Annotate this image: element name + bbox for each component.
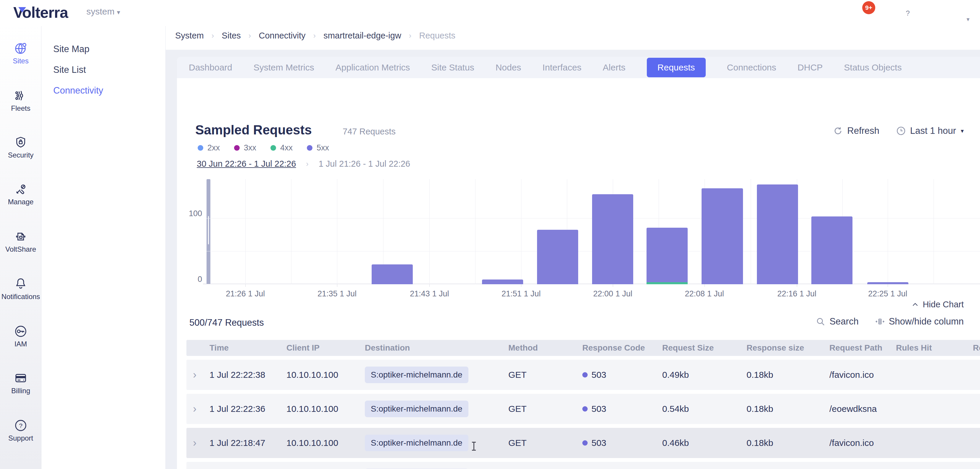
chart-total-count: 747 Requests [343, 127, 396, 137]
help-button[interactable]: ? [901, 6, 915, 20]
credit-card-icon [14, 371, 27, 385]
column-header-request-size[interactable]: Request Size [657, 343, 741, 353]
column-header-method[interactable]: Method [503, 343, 577, 353]
breadcrumb-item[interactable]: System [175, 31, 204, 41]
breadcrumb-bar: System›Sites›Connectivity›smartretail-ed… [166, 22, 980, 50]
volterra-logo[interactable]: Volterra [13, 3, 68, 22]
table-row[interactable]: ›1 Jul 22:22:3610.10.10.100S:optiker-mic… [186, 394, 980, 424]
row-expander-icon[interactable]: › [186, 403, 204, 415]
legend-item-2xx[interactable]: 2xx [198, 143, 220, 153]
column-header-response-code[interactable]: Response Code [577, 343, 657, 353]
tab-status-objects[interactable]: Status Objects [844, 62, 902, 73]
help-icon: ? [901, 6, 915, 20]
legend-item-3xx[interactable]: 3xx [234, 143, 256, 153]
refresh-button[interactable]: Refresh [833, 126, 880, 136]
bar-segment-5xx[interactable] [702, 188, 743, 284]
sidebar-item-notifications[interactable]: Notifications [0, 277, 41, 301]
table-row[interactable]: ›1 Jul 22:22:3810.10.10.100S:optiker-mic… [186, 360, 980, 390]
cell-time: 1 Jul 22:22:36 [204, 404, 281, 414]
svg-text:?: ? [19, 422, 22, 429]
brush-handle-left[interactable] [207, 179, 210, 284]
y-axis-tick-label: 100 [189, 209, 202, 218]
bar-segment-5xx[interactable] [811, 217, 853, 284]
bar-segment-5xx[interactable] [372, 265, 413, 284]
table-row[interactable]: ›1 Jul 22:18:4710.10.10.100S:optiker-mic… [186, 428, 980, 458]
breadcrumb-item[interactable]: smartretail-edge-igw [323, 31, 401, 41]
parent-range-link[interactable]: 30 Jun 22:26 - 1 Jul 22:26 [197, 159, 296, 169]
bar-segment-5xx[interactable] [646, 228, 688, 282]
chevron-right-icon: › [248, 31, 251, 40]
column-header-rules-hit[interactable]: Rules Hit [891, 343, 967, 353]
sidebar-item-security[interactable]: Security [0, 136, 41, 159]
table-row[interactable]: ›1 Jul 22:18:4510.10.10.100S:optiker-mic… [186, 462, 980, 469]
x-axis-tick [337, 284, 337, 287]
x-axis-tick-label: 21:43 1 Jul [410, 289, 449, 298]
response-code-value: 503 [592, 370, 606, 380]
column-header-response-size[interactable]: Response size [741, 343, 824, 353]
sidebar-item-sites[interactable]: Sites [0, 41, 41, 65]
sidebar-item-billing[interactable]: Billing [0, 371, 41, 395]
sidebar-item-fleets[interactable]: Fleets [0, 89, 41, 113]
tab-application-metrics[interactable]: Application Metrics [336, 62, 410, 73]
sidebar-item-iam[interactable]: IAM [0, 324, 41, 348]
destination-chip[interactable]: S:optiker-michelmann.de [365, 400, 468, 417]
legend-dot-icon [234, 145, 240, 151]
legend-item-4xx[interactable]: 4xx [270, 143, 293, 153]
row-expander-icon[interactable]: › [186, 437, 204, 449]
notifications-button[interactable]: 9+ [854, 6, 869, 20]
tab-connections[interactable]: Connections [727, 62, 776, 73]
breadcrumb-item[interactable]: Connectivity [259, 31, 305, 41]
x-axis-tick-label: 22:16 1 Jul [777, 289, 816, 298]
svg-text:?: ? [906, 9, 910, 17]
chevron-up-icon [912, 301, 919, 308]
sidebar-item-voltshare[interactable]: VoltShare [0, 230, 41, 254]
row-expander-icon[interactable]: › [186, 368, 204, 381]
y-axis-tick-label: 0 [198, 275, 202, 284]
chevron-down-icon: ▾ [961, 127, 964, 134]
bar-segment-4xx[interactable] [646, 282, 688, 284]
tab-interfaces[interactable]: Interfaces [542, 62, 581, 73]
column-header-re[interactable]: Re [967, 343, 980, 353]
sidebar-item-manage[interactable]: Manage [0, 182, 41, 206]
time-range-selector[interactable]: Last 1 hour ▾ [896, 126, 964, 136]
bar-segment-5xx[interactable] [482, 279, 523, 284]
column-header-destination[interactable]: Destination [360, 343, 503, 353]
cell-client-ip: 10.10.10.100 [281, 404, 360, 414]
user-menu[interactable]: ▾ [947, 6, 971, 20]
breadcrumb-item[interactable]: Sites [222, 31, 240, 41]
search-button[interactable]: Search [816, 316, 858, 327]
tab-system-metrics[interactable]: System Metrics [254, 62, 314, 73]
bar-segment-5xx[interactable] [537, 230, 578, 284]
sidebar-item-support[interactable]: ?Support [0, 419, 41, 442]
hide-chart-button[interactable]: Hide Chart [912, 300, 964, 309]
column-header-request-path[interactable]: Request Path [824, 343, 891, 353]
legend-item-5xx[interactable]: 5xx [307, 143, 329, 153]
subnav-item-site-list[interactable]: Site List [53, 65, 86, 75]
tab-site-status[interactable]: Site Status [431, 62, 474, 73]
tenant-selector[interactable]: system▾ [86, 6, 120, 17]
column-header-client-ip[interactable]: Client IP [281, 343, 360, 353]
subnav-item-site-map[interactable]: Site Map [53, 44, 89, 54]
destination-chip[interactable]: S:optiker-michelmann.de [365, 435, 468, 451]
bar-segment-5xx[interactable] [592, 194, 633, 284]
tab-dhcp[interactable]: DHCP [797, 62, 822, 73]
tab-nodes[interactable]: Nodes [496, 62, 521, 73]
showhide-column-button[interactable]: Show/hide column [875, 316, 964, 327]
sidebar-item-label: Support [8, 434, 33, 442]
bar-segment-5xx[interactable] [757, 185, 798, 284]
column-header-time[interactable]: Time [204, 343, 281, 353]
cell-method: GET [503, 370, 577, 380]
sidebar-item-label: Sites [13, 57, 29, 65]
destination-chip[interactable]: S:optiker-michelmann.de [365, 367, 468, 383]
search-label: Search [829, 316, 858, 327]
x-axis-tick-label: 21:51 1 Jul [501, 289, 541, 298]
tab-requests[interactable]: Requests [647, 58, 706, 77]
bar-segment-5xx[interactable] [867, 282, 908, 284]
subnav-item-connectivity[interactable]: Connectivity [53, 85, 103, 96]
columns-icon [875, 317, 885, 326]
tab-dashboard[interactable]: Dashboard [189, 62, 232, 73]
cell-request-path: /eoewdksna [824, 404, 891, 414]
table-controls: Search Show/hide column [816, 316, 964, 327]
tab-alerts[interactable]: Alerts [603, 62, 625, 73]
table-header-row: TimeClient IPDestinationMethodResponse C… [186, 340, 980, 356]
